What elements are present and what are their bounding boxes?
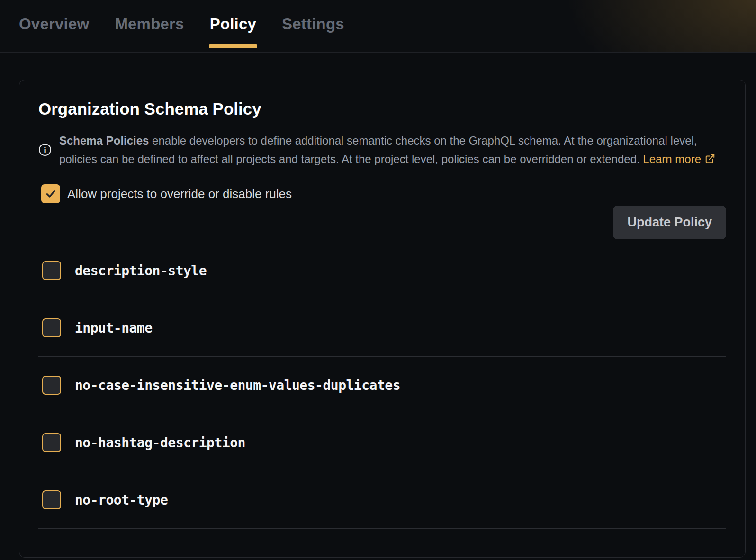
rule-row-input-name: input-name: [38, 299, 726, 357]
top-navigation-bar: Overview Members Policy Settings: [0, 0, 756, 53]
svg-text:i: i: [44, 145, 47, 155]
tab-overview-label: Overview: [19, 15, 89, 33]
rule-checkbox-no-case-insensitive-enum-values-duplicates[interactable]: [42, 376, 61, 395]
tab-settings[interactable]: Settings: [282, 0, 344, 48]
tab-members-label: Members: [115, 15, 184, 33]
active-tab-indicator: [209, 44, 257, 48]
rule-checkbox-description-style[interactable]: [42, 261, 61, 280]
rule-name: input-name: [75, 320, 153, 336]
tab-members[interactable]: Members: [115, 0, 184, 48]
description-lead: Schema Policies: [59, 134, 149, 147]
rule-checkbox-no-root-type[interactable]: [42, 490, 61, 509]
allow-override-label: Allow projects to override or disable ru…: [67, 187, 292, 201]
rule-row-description-style: description-style: [38, 242, 726, 299]
rule-row-no-root-type: no-root-type: [38, 471, 726, 529]
learn-more-link[interactable]: Learn more: [643, 153, 701, 165]
tab-policy[interactable]: Policy: [210, 0, 256, 48]
page-title: Organization Schema Policy: [38, 99, 726, 119]
tab-bar: Overview Members Policy Settings: [0, 0, 756, 52]
update-policy-button[interactable]: Update Policy: [613, 206, 726, 239]
rule-name: no-case-insensitive-enum-values-duplicat…: [75, 378, 400, 393]
tab-overview[interactable]: Overview: [19, 0, 89, 48]
rule-name: no-hashtag-description: [75, 435, 245, 451]
main-content: Organization Schema Policy i Schema Poli…: [0, 53, 756, 558]
info-icon: i: [38, 143, 52, 156]
allow-override-checkbox[interactable]: [41, 184, 60, 203]
tab-settings-label: Settings: [282, 15, 344, 33]
schema-policy-card: Organization Schema Policy i Schema Poli…: [19, 80, 746, 558]
allow-override-row: Allow projects to override or disable ru…: [38, 184, 726, 203]
rule-name: no-root-type: [75, 492, 168, 508]
button-row: Update Policy: [38, 206, 726, 239]
rule-row-no-case-insensitive-enum-values-duplicates: no-case-insensitive-enum-values-duplicat…: [38, 357, 726, 414]
page: Overview Members Policy Settings Organiz…: [0, 0, 756, 560]
rule-checkbox-input-name[interactable]: [42, 318, 61, 337]
policy-description-text: Schema Policies enable developers to def…: [59, 131, 720, 168]
checkmark-icon: [45, 188, 57, 200]
tab-policy-label: Policy: [210, 15, 256, 33]
rules-list: description-style input-name: [38, 242, 726, 529]
rule-row-no-hashtag-description: no-hashtag-description: [38, 414, 726, 471]
policy-description: i Schema Policies enable developers to d…: [38, 131, 726, 168]
rule-name: description-style: [75, 263, 207, 279]
external-link-icon: [705, 154, 715, 164]
rule-checkbox-no-hashtag-description[interactable]: [42, 433, 61, 452]
description-body: enable developers to define additional s…: [59, 134, 697, 165]
